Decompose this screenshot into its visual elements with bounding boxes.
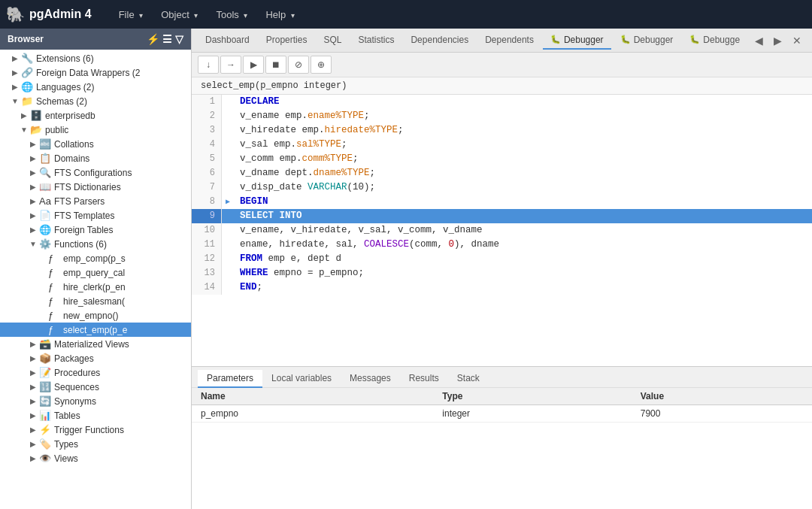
tree-item-16[interactable]: ƒ emp_query_cal xyxy=(0,265,191,280)
tree-item-27[interactable]: ▶ ⚡ Trigger Functions xyxy=(0,423,191,437)
tree-toggle-14[interactable]: ▼ xyxy=(27,240,39,248)
tree-item-8[interactable]: ▶ 📋 Domains xyxy=(0,151,191,165)
tree-toggle-29[interactable]: ▶ xyxy=(27,454,39,462)
tree-item-19[interactable]: ƒ new_empno() xyxy=(0,308,191,323)
tree-toggle-3[interactable]: ▶ xyxy=(9,83,21,91)
tab-debugger-6[interactable]: 🐛Debugger xyxy=(543,32,611,50)
tree-icon-12: 📄 xyxy=(39,210,51,221)
tree-item-4[interactable]: ▼ 📁 Schemas (2) xyxy=(0,94,191,108)
line-content-9: SELECT INTO xyxy=(234,209,812,223)
tree-item-13[interactable]: ▶ 🌐 Foreign Tables xyxy=(0,223,191,237)
tree-item-1[interactable]: ▶ 🔧 Extensions (6) xyxy=(0,51,191,65)
menu-object[interactable]: Object ▾ xyxy=(153,6,205,23)
tree-item-12[interactable]: ▶ 📄 FTS Templates xyxy=(0,208,191,223)
line-content-2: v_ename emp.ename%TYPE; xyxy=(234,109,812,123)
tree-item-5[interactable]: ▶ 🗄️ enterprisedb xyxy=(0,108,191,123)
tree-item-18[interactable]: ƒ hire_salesman( xyxy=(0,294,191,308)
debug-tab-stack[interactable]: Stack xyxy=(448,370,489,388)
tree-toggle-4[interactable]: ▼ xyxy=(9,97,21,105)
tree-toggle-28[interactable]: ▶ xyxy=(27,440,39,448)
code-segment: (10); xyxy=(347,182,376,192)
line-arrow-6 xyxy=(222,166,234,180)
debug-tab-local-variables[interactable]: Local variables xyxy=(262,370,341,388)
tree-toggle-26[interactable]: ▶ xyxy=(27,411,39,420)
code-editor[interactable]: 1DECLARE2 v_ename emp.ename%TYPE;3 v_hir… xyxy=(192,95,812,366)
tree-item-25[interactable]: ▶ 🔄 Synonyms xyxy=(0,394,191,408)
tree-toggle-8[interactable]: ▶ xyxy=(27,154,39,162)
list-icon[interactable]: ☰ xyxy=(162,33,172,45)
tab-dependents-5[interactable]: Dependents xyxy=(477,32,541,50)
tab-close-icon[interactable]: ✕ xyxy=(788,33,806,48)
tree-item-6[interactable]: ▼ 📂 public xyxy=(0,123,191,137)
tab-debugge-8[interactable]: 🐛Debugge xyxy=(682,32,747,50)
tree-item-22[interactable]: ▶ 📦 Packages xyxy=(0,351,191,365)
tree-icon-2: 🔗 xyxy=(21,67,33,78)
menu-help[interactable]: Help ▾ xyxy=(258,6,301,23)
tree-item-17[interactable]: ƒ hire_clerk(p_en xyxy=(0,280,191,294)
debugger-btn-stop[interactable]: ⏹ xyxy=(265,56,286,74)
menu-file[interactable]: File ▾ xyxy=(111,6,151,23)
tree-icon-28: 🏷️ xyxy=(39,438,51,450)
debug-tab-parameters[interactable]: Parameters xyxy=(198,370,262,388)
tree-toggle-23[interactable]: ▶ xyxy=(27,368,39,377)
tree-toggle-10[interactable]: ▶ xyxy=(27,183,39,191)
line-arrow-5 xyxy=(222,152,234,166)
tree-label-4: Schemas (2) xyxy=(36,96,87,107)
tree-item-26[interactable]: ▶ 📊 Tables xyxy=(0,408,191,423)
tree-icon-8: 📋 xyxy=(39,153,51,164)
tree-toggle-2[interactable]: ▶ xyxy=(9,68,21,77)
tree-icon-11: Aa xyxy=(39,195,51,207)
tree-item-9[interactable]: ▶ 🔍 FTS Configurations xyxy=(0,165,191,180)
tree-toggle-24[interactable]: ▶ xyxy=(27,383,39,391)
tree-item-7[interactable]: ▶ 🔤 Collations xyxy=(0,137,191,151)
browser-tree[interactable]: ▶ 🔧 Extensions (6) ▶ 🔗 Foreign Data Wrap… xyxy=(0,50,191,509)
debugger-btn-step-into[interactable]: ↓ xyxy=(198,56,219,74)
tree-toggle-12[interactable]: ▶ xyxy=(27,211,39,220)
tree-toggle-11[interactable]: ▶ xyxy=(27,197,39,205)
menu-tools[interactable]: Tools ▾ xyxy=(208,6,255,23)
code-segment: v_disp_date xyxy=(240,182,308,192)
tab-statistics-3[interactable]: Statistics xyxy=(350,32,401,50)
tab-debugger-7[interactable]: 🐛Debugger xyxy=(613,32,681,50)
line-arrow-14 xyxy=(222,280,234,295)
tree-toggle-9[interactable]: ▶ xyxy=(27,168,39,177)
tree-item-24[interactable]: ▶ 🔢 Sequences xyxy=(0,380,191,394)
tree-item-10[interactable]: ▶ 📖 FTS Dictionaries xyxy=(0,180,191,194)
tree-toggle-25[interactable]: ▶ xyxy=(27,397,39,405)
tree-toggle-21[interactable]: ▶ xyxy=(27,340,39,348)
tab-label: Debugge xyxy=(703,35,740,45)
tree-item-23[interactable]: ▶ 📝 Procedures xyxy=(0,365,191,380)
tree-item-2[interactable]: ▶ 🔗 Foreign Data Wrappers (2 xyxy=(0,65,191,80)
tree-item-11[interactable]: ▶ Aa FTS Parsers xyxy=(0,194,191,208)
tree-item-14[interactable]: ▼ ⚙️ Functions (6) xyxy=(0,237,191,251)
debugger-btn-restart[interactable]: ⊕ xyxy=(311,56,332,74)
debug-tab-messages[interactable]: Messages xyxy=(341,370,400,388)
tree-toggle-13[interactable]: ▶ xyxy=(27,226,39,234)
tree-item-15[interactable]: ƒ emp_comp(p_s xyxy=(0,251,191,265)
tree-toggle-6[interactable]: ▼ xyxy=(18,126,30,134)
tab-dashboard-0[interactable]: Dashboard xyxy=(198,32,257,50)
tab-next-icon[interactable]: ▶ xyxy=(769,33,786,48)
tree-item-21[interactable]: ▶ 🗃️ Materialized Views xyxy=(0,337,191,351)
tree-icon-9: 🔍 xyxy=(39,167,51,178)
tab-dependencies-4[interactable]: Dependencies xyxy=(403,32,476,50)
tree-label-8: Domains xyxy=(54,153,89,164)
debugger-btn-clear-breakpoints[interactable]: ⊘ xyxy=(288,56,309,74)
tab-properties-1[interactable]: Properties xyxy=(259,32,315,50)
debug-tab-results[interactable]: Results xyxy=(400,370,448,388)
debugger-btn-step-over[interactable]: → xyxy=(220,56,241,74)
tab-prev-icon[interactable]: ◀ xyxy=(750,33,768,48)
tree-item-28[interactable]: ▶ 🏷️ Types xyxy=(0,437,191,451)
filter-icon[interactable]: ▽ xyxy=(175,33,183,45)
tree-item-29[interactable]: ▶ 👁️ Views xyxy=(0,451,191,465)
tree-toggle-22[interactable]: ▶ xyxy=(27,354,39,362)
tree-toggle-5[interactable]: ▶ xyxy=(18,111,30,120)
debugger-btn-continue[interactable]: ▶ xyxy=(243,56,264,74)
tree-item-20[interactable]: ƒ select_emp(p_e xyxy=(0,323,191,337)
refresh-icon[interactable]: ⚡ xyxy=(147,33,159,45)
tree-item-3[interactable]: ▶ 🌐 Languages (2) xyxy=(0,80,191,94)
tree-toggle-7[interactable]: ▶ xyxy=(27,140,39,148)
tree-toggle-27[interactable]: ▶ xyxy=(27,426,39,434)
tab-sql-2[interactable]: SQL xyxy=(316,32,349,50)
tree-toggle-1[interactable]: ▶ xyxy=(9,54,21,62)
